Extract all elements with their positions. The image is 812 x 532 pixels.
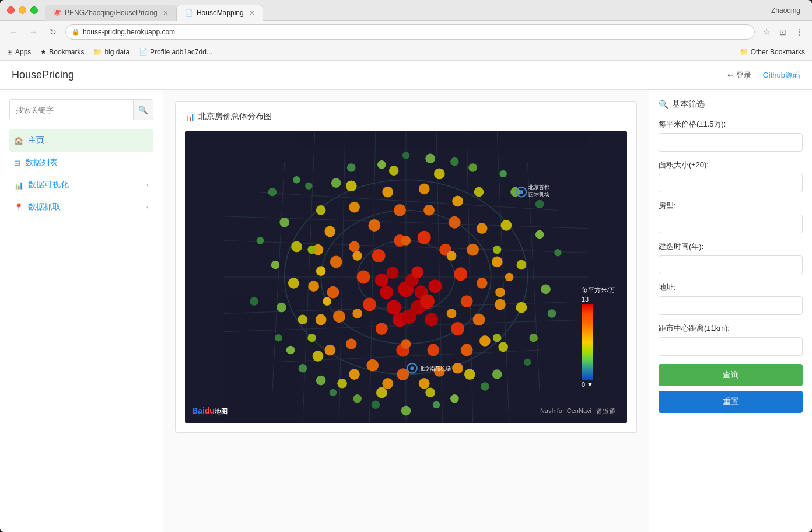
svg-point-33 <box>536 200 544 209</box>
github-icon: 🐙 <box>53 9 61 16</box>
folder-icon: 📁 <box>93 48 102 56</box>
address-bar[interactable]: 🔒 house-pricing.herokuapp.com <box>65 24 755 40</box>
bookmark-apps[interactable]: ⊞ Apps <box>7 48 31 56</box>
map-container: 北京首都 国际机场 北京南苑机场 每平 <box>185 131 627 423</box>
close-button[interactable] <box>7 6 15 14</box>
menu-button[interactable]: ⋮ <box>792 25 806 39</box>
svg-point-127 <box>375 274 388 287</box>
svg-point-91 <box>327 286 340 299</box>
svg-point-62 <box>425 388 435 398</box>
app-logo: HousePricing <box>12 69 74 81</box>
room-type-input[interactable] <box>659 215 803 233</box>
sidebar-item-home[interactable]: 🏠 主页 <box>9 130 153 152</box>
refresh-button[interactable]: ↻ <box>46 24 61 40</box>
maximize-button[interactable] <box>30 6 38 14</box>
query-button[interactable]: 查询 <box>659 364 803 386</box>
github-source-button[interactable]: Github源码 <box>763 70 800 80</box>
panel-title: 📊 北京房价总体分布图 <box>185 111 627 122</box>
sidebar-home-label: 主页 <box>28 135 44 146</box>
svg-point-75 <box>316 314 327 326</box>
svg-point-142 <box>307 334 316 342</box>
svg-point-43 <box>316 376 326 386</box>
svg-point-105 <box>349 242 360 253</box>
other-bookmarks[interactable]: 📁 Other Bookmarks <box>740 48 805 56</box>
table-icon: ⊞ <box>14 159 20 167</box>
year-label: 建造时间(年): <box>659 242 803 252</box>
svg-point-65 <box>516 302 527 313</box>
reset-button[interactable]: 重置 <box>659 391 803 413</box>
area-input[interactable] <box>659 174 803 192</box>
svg-point-98 <box>473 314 485 326</box>
map-svg: 北京首都 国际机场 北京南苑机场 <box>185 131 627 423</box>
svg-point-100 <box>467 244 479 256</box>
year-input[interactable] <box>659 256 803 274</box>
svg-point-49 <box>541 285 551 295</box>
header-actions: ↩ 登录 Github源码 <box>727 70 800 80</box>
svg-text:北京南苑机场: 北京南苑机场 <box>419 366 451 372</box>
map-nav-credits: NavInfo CenNavi 道道通 <box>540 407 615 416</box>
svg-point-24 <box>275 334 282 342</box>
svg-point-68 <box>474 187 484 197</box>
sidebar-item-visualization[interactable]: 📊 数据可视化 ‹ <box>9 174 153 196</box>
svg-point-63 <box>464 369 475 380</box>
star-button[interactable]: ☆ <box>760 25 774 39</box>
bigdata-label: big data <box>104 48 130 56</box>
bookmarks-label: Bookmarks <box>49 48 84 56</box>
svg-point-71 <box>346 180 357 191</box>
svg-point-50 <box>536 230 544 239</box>
address-input[interactable] <box>659 296 803 315</box>
svg-point-151 <box>410 366 414 370</box>
login-button[interactable]: ↩ 登录 <box>727 70 751 80</box>
price-input[interactable] <box>659 133 803 152</box>
price-label: 每平米价格(±1.5万): <box>659 119 803 130</box>
forward-button[interactable]: → <box>26 24 41 40</box>
legend-bar <box>582 304 593 380</box>
svg-point-102 <box>424 205 435 216</box>
profile-label: Profile adb1ac7dd... <box>150 48 212 56</box>
svg-point-124 <box>380 286 393 299</box>
bookmark-bigdata[interactable]: 📁 big data <box>93 48 130 56</box>
sidebar-crawl-label: 数据抓取 <box>28 202 61 212</box>
tab-github[interactable]: 🐙 PENGZhaoqing/HousePricing × <box>45 5 176 21</box>
price-filter: 每平米价格(±1.5万): <box>659 119 803 152</box>
svg-point-92 <box>333 310 345 323</box>
search-box[interactable]: 🔍 <box>9 99 153 120</box>
distance-input[interactable] <box>659 337 803 356</box>
svg-point-25 <box>299 364 307 373</box>
svg-point-26 <box>330 389 337 397</box>
tab-housemapping-close[interactable]: × <box>250 8 254 18</box>
distance-label: 距市中心距离(±1km): <box>659 323 803 334</box>
svg-point-94 <box>366 359 379 372</box>
navinfo-label: NavInfo <box>540 407 562 416</box>
svg-point-23 <box>250 297 258 306</box>
svg-point-67 <box>501 220 512 231</box>
svg-point-133 <box>323 297 331 306</box>
legend-title: 每平方米/万 <box>582 286 615 295</box>
svg-point-141 <box>447 309 457 318</box>
bookmark-profile[interactable]: 📄 Profile adb1ac7dd... <box>139 48 212 56</box>
svg-point-28 <box>433 401 440 409</box>
search-button[interactable]: 🔍 <box>133 100 153 120</box>
svg-point-108 <box>376 323 388 335</box>
sidebar-item-crawl[interactable]: 📍 数据抓取 ‹ <box>9 196 153 218</box>
svg-point-129 <box>411 266 424 278</box>
sidebar-item-datalist[interactable]: ⊞ 数据列表 <box>9 152 153 174</box>
extensions-button[interactable]: ⊡ <box>776 25 790 39</box>
address-text: house-pricing.herokuapp.com <box>83 28 175 36</box>
svg-point-47 <box>492 369 502 379</box>
login-label: 登录 <box>736 70 751 80</box>
bookmark-bookmarks[interactable]: ★ Bookmarks <box>40 48 84 56</box>
svg-point-111 <box>451 322 464 335</box>
svg-point-48 <box>529 334 538 342</box>
tab-housemapping-label: HouseMapping <box>197 9 244 17</box>
tab-housemapping[interactable]: 📄 HouseMapping × <box>176 5 263 21</box>
search-input[interactable] <box>10 102 133 118</box>
back-button[interactable]: ← <box>6 24 21 40</box>
svg-point-66 <box>517 260 527 270</box>
filter-title-text: 基本筛选 <box>672 99 705 110</box>
minimize-button[interactable] <box>19 6 26 14</box>
svg-point-27 <box>372 400 380 409</box>
app-content: HousePricing ↩ 登录 Github源码 🔍 <box>0 61 812 532</box>
sidebar-datalist-label: 数据列表 <box>25 158 58 168</box>
tab-github-close[interactable]: × <box>163 8 168 18</box>
